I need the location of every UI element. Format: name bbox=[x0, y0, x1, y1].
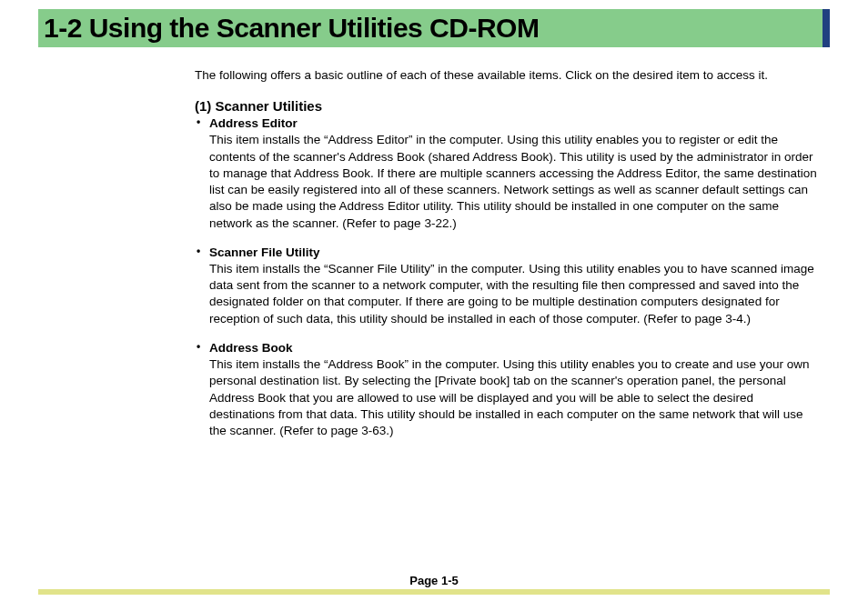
section-title: 1-2 Using the Scanner Utilities CD-ROM bbox=[44, 13, 823, 44]
bullet-icon: • bbox=[197, 115, 200, 128]
item-body: This item installs the “Address Book” in… bbox=[209, 356, 821, 439]
content-area: The following offers a basic outline of … bbox=[195, 67, 821, 439]
bullet-icon: • bbox=[197, 340, 200, 353]
intro-text: The following offers a basic outline of … bbox=[195, 67, 821, 84]
list-item[interactable]: • Address Book This item installs the “A… bbox=[195, 340, 821, 439]
list-item[interactable]: • Scanner File Utility This item install… bbox=[195, 245, 821, 327]
item-title: Scanner File Utility bbox=[209, 245, 821, 261]
item-body: This item installs the “Address Editor” … bbox=[209, 132, 821, 231]
section-title-bar: 1-2 Using the Scanner Utilities CD-ROM bbox=[38, 9, 830, 47]
item-title: Address Book bbox=[209, 340, 821, 356]
footer-divider bbox=[38, 589, 830, 595]
bullet-icon: • bbox=[197, 245, 200, 257]
subsection-title: (1) Scanner Utilities bbox=[195, 98, 821, 114]
page-number: Page 1-5 bbox=[393, 574, 475, 587]
item-title: Address Editor bbox=[209, 115, 821, 132]
item-body: This item installs the “Scanner File Uti… bbox=[209, 261, 821, 327]
list-item[interactable]: • Address Editor This item installs the … bbox=[195, 115, 821, 232]
